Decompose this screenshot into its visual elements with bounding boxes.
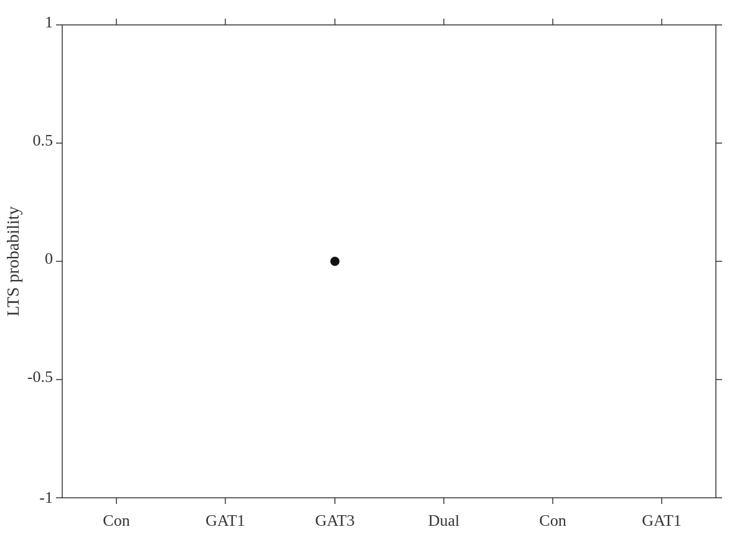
x-label-con2: Con [539,511,566,530]
chart-container: 1 0.5 0 -0.5 -1 LTS probability Con GAT1… [0,0,747,560]
plot-area [62,25,716,498]
x-label-dual: Dual [428,511,460,530]
y-label-n05: -0.5 [27,368,53,386]
y-label-n1: -1 [39,488,53,506]
x-label-con1: Con [103,511,129,530]
scatter-plot: 1 0.5 0 -0.5 -1 LTS probability Con GAT1… [0,0,747,560]
x-label-gat1a: GAT1 [205,511,245,530]
y-label-05: 0.5 [33,131,54,149]
y-label-0: 0 [45,250,53,268]
y-label-1: 1 [45,13,53,31]
x-label-gat1b: GAT1 [642,511,682,530]
data-point-gat3 [331,257,339,266]
x-label-gat3: GAT3 [315,511,355,530]
y-axis-title: LTS probability [3,206,22,316]
